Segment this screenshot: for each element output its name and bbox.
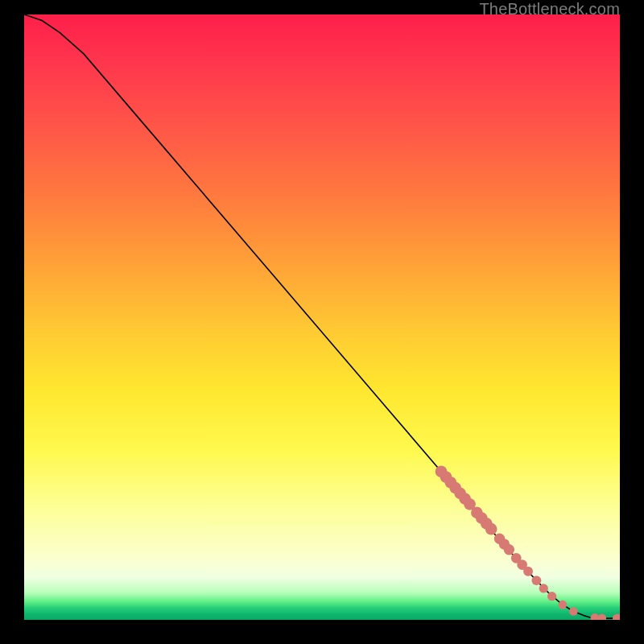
curve-marker [531, 576, 541, 585]
curve-marker [569, 607, 578, 616]
curve-markers [436, 465, 620, 620]
curve-marker [523, 567, 533, 576]
chart-stage: TheBottleneck.com [0, 0, 644, 644]
curve-marker [504, 544, 514, 555]
curve-marker [559, 601, 568, 609]
attribution-label: TheBottleneck.com [479, 0, 620, 19]
curve-line [24, 14, 620, 618]
curve-marker [539, 584, 548, 592]
plot-area [24, 14, 620, 620]
curve-marker [547, 592, 556, 601]
curve-marker [485, 523, 497, 535]
curve-marker [597, 613, 606, 620]
chart-svg [24, 14, 620, 620]
